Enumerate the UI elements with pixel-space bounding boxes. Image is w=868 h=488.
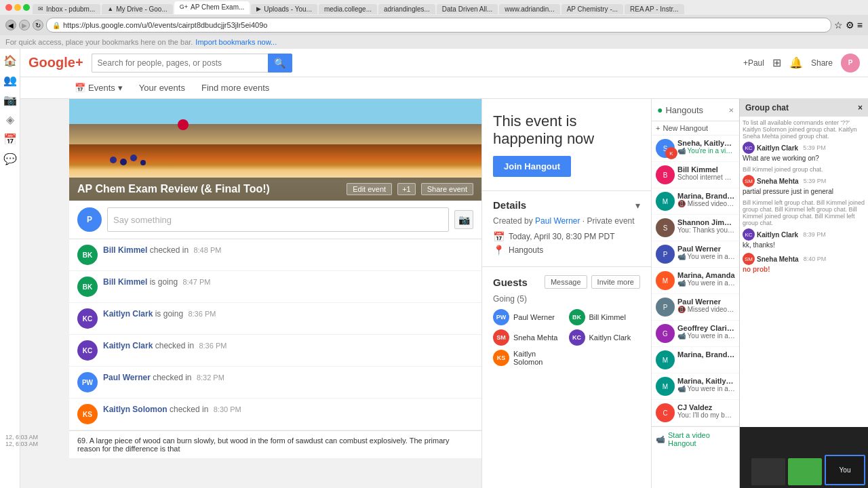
search-input[interactable]	[92, 54, 268, 73]
activity-item: KS Kaitlyn Solomon checked in 8:30 PM	[69, 399, 481, 430]
hangouts-icon: ●	[657, 104, 663, 115]
hangout-avatar: C	[656, 403, 675, 422]
search-bar: 🔍	[92, 54, 292, 73]
camera-button[interactable]: 📷	[454, 210, 473, 229]
hangout-item[interactable]: M Marina, Brandon, Kaitlyn, K... 📵 Misse…	[652, 188, 739, 215]
tab-media[interactable]: media.college...	[319, 4, 377, 14]
plus-one-button[interactable]: +1	[397, 183, 416, 195]
activity-name[interactable]: Bill Kimmel	[103, 245, 147, 255]
detail-location: 📍 Hangouts	[493, 245, 640, 256]
guest-avatar: PW	[493, 309, 509, 325]
nav-events[interactable]: 📅 Events ▾	[75, 83, 123, 93]
post-input[interactable]: Say something	[107, 207, 449, 232]
hangout-status: 📹 You were in a video call	[677, 332, 735, 340]
hangout-item[interactable]: S K Sneha, Kaitlyn, Bill,... 📹 You're in…	[652, 136, 739, 162]
going-count: Going (5)	[493, 294, 640, 304]
apps-icon[interactable]: ⊞	[772, 56, 781, 69]
forward-btn[interactable]: ▶	[19, 20, 30, 30]
tab-adriandingl[interactable]: adriandingles...	[378, 4, 435, 14]
chat-close-icon[interactable]: ×	[858, 103, 863, 113]
tab-datadriven[interactable]: Data Driven All...	[437, 4, 498, 14]
share-btn[interactable]: Share	[811, 58, 833, 68]
activity-name[interactable]: Kaitlyn Solomon	[103, 405, 167, 414]
tab-drive[interactable]: ▲ My Drive - Goo...	[102, 4, 173, 14]
sidebar-icon-hangouts[interactable]: 💬	[3, 152, 17, 165]
start-video-hangout-button[interactable]: 📹 Start a video Hangout	[652, 426, 739, 451]
star-icon[interactable]: ☆	[834, 20, 843, 30]
search-button[interactable]: 🔍	[268, 54, 292, 73]
menu-icon[interactable]: ≡	[857, 20, 863, 30]
hangouts-title: ● Hangouts	[657, 104, 703, 115]
hangout-avatar-2: K	[665, 147, 677, 159]
guest-item: PW Paul Werner	[493, 309, 565, 325]
guest-name: Kaitlyn Solomon	[513, 350, 565, 366]
video-icon: 📹	[677, 147, 686, 155]
sidebar-icon-communities[interactable]: ◈	[6, 113, 14, 126]
tab-rea[interactable]: REA AP - Instr...	[625, 4, 684, 14]
hangouts-header: ● Hangouts ×	[652, 99, 739, 121]
tab-uploads[interactable]: ▶ Uploads - You...	[251, 4, 317, 14]
refresh-btn[interactable]: ↻	[33, 20, 43, 30]
activity-name[interactable]: Kaitlyn Clark	[103, 309, 153, 319]
video-icon: 📹	[677, 332, 686, 340]
activity-name[interactable]: Bill Kimmel	[103, 277, 147, 287]
hangout-status: You: I'll do my best.	[677, 411, 735, 419]
url-bar[interactable]: 🔒 https://plus.google.com/u/0/events/cai…	[46, 18, 831, 33]
notifications-icon[interactable]: 🔔	[789, 56, 803, 69]
hangout-item[interactable]: C CJ Valdez You: I'll do my best.	[652, 400, 739, 426]
activity-item: KC Kaitlyn Clark is going 8:36 PM	[69, 303, 481, 335]
sidebar-icon-photos[interactable]: 📷	[3, 94, 17, 106]
guest-name: Bill Kimmel	[589, 313, 626, 321]
system-msg: Bill Kimmel joined group chat.	[743, 166, 865, 173]
bottom-content: 69. A large piece of wood can burn slowl…	[69, 430, 481, 458]
event-title-bar: AP Chem Exam Review (& Final Too!) Edit …	[69, 178, 481, 201]
chat-message: KC Kaitlyn Clark 5:39 PM What are we wor…	[743, 142, 865, 162]
hangout-item[interactable]: S Shannon Jimenez You: Thanks you too! 😊	[652, 215, 739, 241]
browser-titlebar: ✉ Inbox - pdubm... ▲ My Drive - Goo... G…	[0, 0, 868, 15]
paul-btn[interactable]: +Paul	[743, 58, 764, 68]
hangout-item[interactable]: P Paul Werner 📹 You were in a video call	[652, 241, 739, 268]
user-avatar-header[interactable]: P	[841, 54, 860, 73]
sidebar-icon-events[interactable]: 📅	[3, 133, 17, 146]
hangout-status: 📹 You're in a video call	[677, 147, 735, 155]
guest-item: KS Kaitlyn Solomon	[493, 350, 565, 366]
chat-messages: To list all available commands enter '??…	[740, 117, 868, 427]
guest-avatar: BK	[569, 309, 585, 325]
invite-more-button[interactable]: Invite more	[591, 275, 640, 289]
hangout-name: Marina, Brandon, Kaitlyn, K...	[677, 350, 735, 359]
activity-text: Kaitlyn Solomon checked in 8:30 PM	[103, 404, 473, 415]
tab-apchem2[interactable]: AP Chemistry -...	[561, 4, 623, 14]
nav-find-more[interactable]: Find more events	[201, 83, 269, 93]
hangout-item[interactable]: G Geoffrey Clarion 📹 You were in a video…	[652, 321, 739, 347]
join-hangout-button[interactable]: Join Hangout	[493, 156, 571, 177]
guests-header: Guests Message Invite more	[493, 275, 640, 289]
new-hangout-button[interactable]: + New Hangout	[652, 121, 739, 136]
edit-event-button[interactable]: Edit event	[347, 183, 392, 195]
hangout-info: Marina, Brandon, Kaitlyn, K... 📵 Missed …	[677, 192, 735, 207]
message-guests-button[interactable]: Message	[545, 275, 587, 289]
tab-inbox[interactable]: ✉ Inbox - pdubm...	[33, 4, 100, 14]
tab-ap-chem[interactable]: G+ AP Chem Exam...	[174, 1, 250, 14]
share-event-button[interactable]: Share event	[421, 183, 473, 195]
event-happening: This event is happening now Join Hangout	[482, 99, 651, 191]
nav-your-events[interactable]: Your events	[139, 83, 185, 93]
hangouts-close-icon[interactable]: ×	[728, 105, 734, 115]
guests-actions: Message Invite more	[545, 275, 640, 289]
sidebar-icon-people[interactable]: 👥	[3, 74, 17, 87]
hangout-item[interactable]: P Paul Werner 📵 Missed video call	[652, 294, 739, 321]
gplus-container: Google+ 🔍 +Paul ⊞ 🔔 Share P 📅 Events ▾ Y…	[20, 49, 868, 488]
tab-www[interactable]: www.adriandin...	[499, 4, 559, 14]
sidebar-icon-home[interactable]: 🏠	[3, 54, 17, 67]
hangout-item[interactable]: M Marina, Kaitlyn, Amanda, C... 📹 You we…	[652, 373, 739, 400]
hangout-item[interactable]: M Marina, Amanda 📹 You were in a video c…	[652, 268, 739, 294]
activity-name[interactable]: Paul Werner	[103, 373, 151, 382]
activity-name[interactable]: Kaitlyn Clark	[103, 341, 153, 350]
back-btn[interactable]: ◀	[5, 20, 16, 30]
creator-link[interactable]: Paul Werner	[535, 216, 580, 226]
settings-icon[interactable]: ⚙	[846, 20, 854, 30]
hangout-item[interactable]: M Marina, Brandon, Kaitlyn, K...	[652, 347, 739, 373]
activity-avatar: KC	[77, 308, 98, 329]
chat-message: SM Sneha Mehta 8:40 PM no prob!	[743, 253, 865, 273]
details-header[interactable]: Details ▾	[493, 199, 640, 211]
hangout-item[interactable]: B Bill Kimmel School internet drops the …	[652, 162, 739, 188]
